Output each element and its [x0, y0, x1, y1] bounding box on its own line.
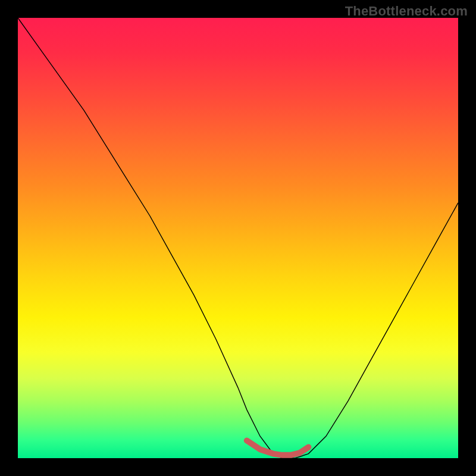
watermark-text: TheBottleneck.com: [345, 4, 468, 19]
chart-svg: [18, 18, 458, 458]
chart-frame: TheBottleneck.com: [0, 0, 476, 476]
plot-area: [18, 18, 458, 458]
bottleneck-curve-path: [18, 18, 458, 458]
optimal-band-path: [247, 440, 309, 455]
